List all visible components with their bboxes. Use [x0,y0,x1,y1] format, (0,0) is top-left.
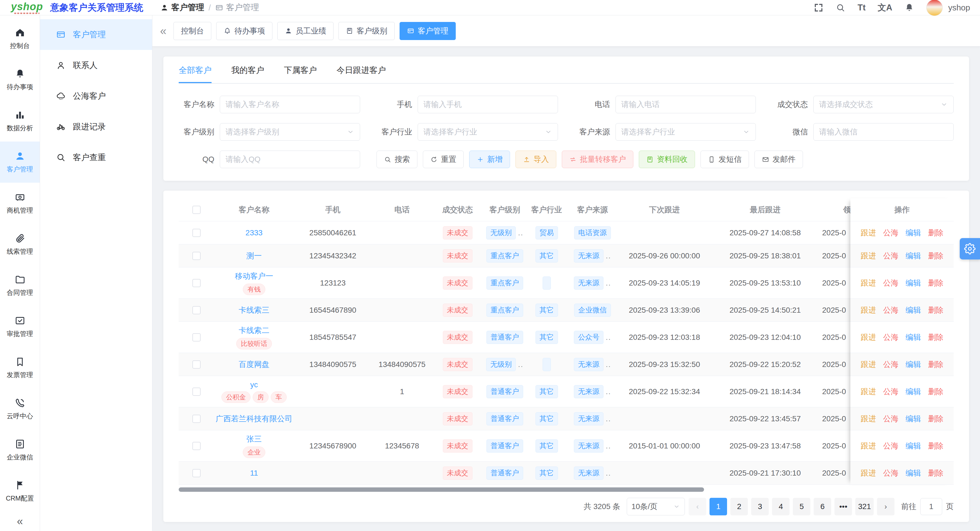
search-button[interactable]: 搜索 [377,151,417,168]
filter-input[interactable] [220,96,360,113]
tab-chip[interactable]: 待办事项 [216,22,272,40]
sidebar-item-approve[interactable]: 审批管理 [0,306,40,347]
op-follow-link[interactable]: 跟进 [861,386,876,397]
op-edit-link[interactable]: 编辑 [906,359,921,370]
row-checkbox[interactable] [192,333,200,341]
view-tab[interactable]: 我的客户 [231,65,264,83]
op-follow-link[interactable]: 跟进 [861,468,876,478]
column-settings-button[interactable] [960,238,980,260]
filter-select[interactable]: 请选择客户行业 [418,123,558,141]
customer-name-link[interactable]: 测一 [247,251,262,261]
filter-input[interactable] [813,123,954,141]
view-tab[interactable]: 全部客户 [179,65,212,83]
op-delete-link[interactable]: 删除 [928,278,943,288]
prev-page-button[interactable]: ‹ [689,498,706,515]
op-follow-link[interactable]: 跟进 [861,228,876,238]
op-follow-link[interactable]: 跟进 [861,305,876,316]
row-checkbox[interactable] [192,306,200,314]
tab-chip[interactable]: 客户管理 [399,22,456,40]
op-delete-link[interactable]: 删除 [928,441,943,451]
sidebar-item-home[interactable]: 控制台 [0,18,40,59]
op-follow-link[interactable]: 跟进 [861,278,876,288]
row-checkbox[interactable] [192,229,200,237]
translate-button[interactable]: 文A [878,2,892,13]
op-sea-link[interactable]: 公海 [883,228,899,238]
op-sea-link[interactable]: 公海 [883,305,899,316]
row-checkbox[interactable] [192,279,200,287]
submenu-item-card[interactable]: 客户管理 [40,19,152,50]
filter-select[interactable]: 请选择客户级别 [220,123,360,141]
customer-name-link[interactable]: 张三 [247,434,262,444]
sidebar-item-phone[interactable]: 云呼中心 [0,388,40,429]
submenu-item-person[interactable]: 联系人 [40,50,152,81]
op-delete-link[interactable]: 删除 [928,332,943,343]
op-edit-link[interactable]: 编辑 [906,386,921,397]
font-size-button[interactable]: Tt [858,3,865,13]
page-size-select[interactable]: 10条/页 [627,498,685,515]
bell-button[interactable] [904,3,914,13]
op-edit-link[interactable]: 编辑 [906,305,921,316]
book-button[interactable]: 资料回收 [639,151,695,168]
op-delete-link[interactable]: 删除 [928,414,943,424]
op-delete-link[interactable]: 删除 [928,468,943,478]
view-tab[interactable]: 下属客户 [284,65,317,83]
sidebar-item-user[interactable]: 客户管理 [0,142,40,183]
mail-button[interactable]: 发邮件 [754,151,803,168]
tab-chip[interactable]: 员工业绩 [277,22,334,40]
sidebar-item-bookmark[interactable]: 发票管理 [0,347,40,388]
row-checkbox[interactable] [192,469,200,477]
page-button[interactable]: 321 [855,498,874,515]
page-button[interactable]: 1 [710,498,727,515]
op-delete-link[interactable]: 删除 [928,359,943,370]
page-button[interactable]: 5 [793,498,810,515]
op-edit-link[interactable]: 编辑 [906,441,921,451]
avatar[interactable] [926,0,943,16]
op-delete-link[interactable]: 删除 [928,386,943,397]
sidebar-collapse-button[interactable]: « [0,515,40,531]
customer-name-link[interactable]: 卡线索三 [239,305,269,316]
customer-name-link[interactable]: yc [250,380,258,389]
row-checkbox[interactable] [192,360,200,368]
submenu-item-cloud[interactable]: 公海客户 [40,81,152,112]
op-sea-link[interactable]: 公海 [883,278,899,288]
op-sea-link[interactable]: 公海 [883,386,899,397]
select-all-checkbox[interactable] [192,206,200,214]
row-checkbox[interactable] [192,252,200,260]
op-delete-link[interactable]: 删除 [928,251,943,261]
op-sea-link[interactable]: 公海 [883,414,899,424]
filter-select[interactable]: 请选择客户行业 [616,123,756,141]
tabs-collapse-icon[interactable]: « [160,25,166,37]
submenu-item-bike[interactable]: 跟进记录 [40,112,152,142]
op-follow-link[interactable]: 跟进 [861,359,876,370]
row-checkbox[interactable] [192,415,200,423]
op-sea-link[interactable]: 公海 [883,251,899,261]
fullscreen-button[interactable] [814,3,824,13]
customer-name-link[interactable]: 2333 [245,228,262,237]
op-follow-link[interactable]: 跟进 [861,251,876,261]
filter-input[interactable] [418,96,558,113]
op-edit-link[interactable]: 编辑 [906,251,921,261]
scrollbar-thumb[interactable] [179,487,704,492]
op-edit-link[interactable]: 编辑 [906,228,921,238]
op-follow-link[interactable]: 跟进 [861,441,876,451]
next-page-button[interactable]: › [877,498,894,515]
customer-name-link[interactable]: 11 [250,469,258,477]
plus-button[interactable]: 新增 [469,151,510,168]
sidebar-item-clip[interactable]: 线索管理 [0,224,40,265]
customer-name-link[interactable]: 百度网盘 [239,359,269,370]
customer-name-link[interactable]: 广西若兰科技有限公司 [216,414,293,424]
tab-chip[interactable]: 客户级别 [339,22,395,40]
sms-button[interactable]: 发短信 [700,151,749,168]
customer-name-link[interactable]: 卡线索二 [239,325,269,336]
op-sea-link[interactable]: 公海 [883,332,899,343]
breadcrumb-item[interactable]: 客户管理 [215,2,259,13]
row-checkbox[interactable] [192,442,200,450]
tab-chip[interactable]: 控制台 [173,22,211,40]
view-tab[interactable]: 今日跟进客户 [337,65,386,83]
op-delete-link[interactable]: 删除 [928,305,943,316]
sidebar-item-bell[interactable]: 待办事项 [0,59,40,100]
submenu-item-search[interactable]: 客户查重 [40,142,152,173]
sidebar-item-flag[interactable]: CRM配置 [0,470,40,512]
sidebar-item-chart[interactable]: 数据分析 [0,100,40,142]
filter-input[interactable] [220,151,360,168]
